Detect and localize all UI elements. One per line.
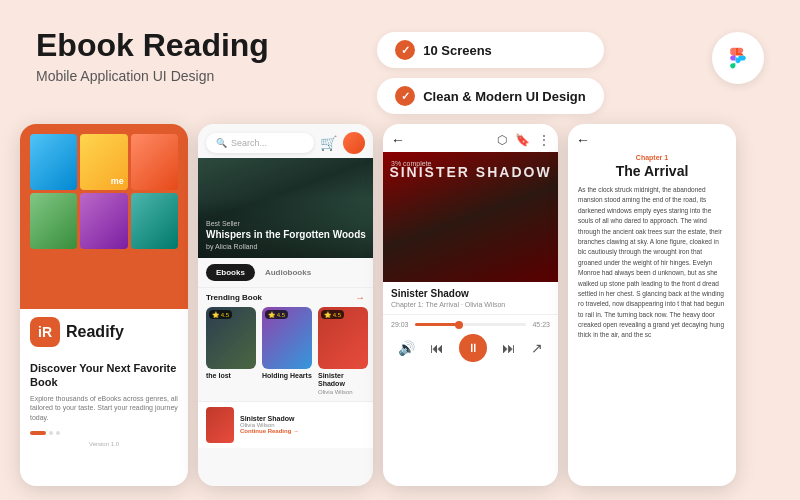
trending-books: ⭐ 4.5 the lost ⭐ 4.5 Holding Hearts ⭐ 4.… (198, 307, 373, 401)
screens-row: me iR Readify Discover Your Next Favorit… (0, 124, 800, 500)
header: Ebook Reading Mobile Application UI Desi… (0, 0, 800, 124)
continue-reading-button[interactable]: Continue Reading → (240, 428, 365, 434)
more-icon[interactable]: ⋮ (538, 133, 550, 147)
strip-info: Sinister Shadow Olivia Wilson Continue R… (240, 415, 365, 434)
bookmark-icon[interactable]: 🔖 (515, 133, 530, 147)
readify-brand-name: Readify (66, 323, 124, 341)
book-cover-3 (131, 134, 178, 190)
screen-home: me iR Readify Discover Your Next Favorit… (20, 124, 188, 486)
rating-badge-1: ⭐ 4.5 (209, 310, 232, 319)
version-tag: Version 1.0 (30, 441, 178, 447)
book-cover-lost: ⭐ 4.5 (206, 307, 256, 369)
bestseller-label: Best Seller (206, 220, 366, 227)
readify-icon: iR (30, 317, 60, 347)
discover-title: Discover Your Next Favorite Book (30, 361, 178, 390)
rating-badge-3: ⭐ 4.5 (321, 310, 344, 319)
screen-top: me (20, 124, 188, 309)
cast-icon[interactable]: ⬡ (497, 133, 507, 147)
controls-row: 🔊 ⏮ ⏸ ⏭ ↗ (391, 334, 550, 362)
player-chapter: Chapter 1: The Arrival · Olivia Wilson (391, 301, 550, 308)
volume-button[interactable]: 🔊 (398, 340, 415, 356)
book-cover-4 (30, 193, 77, 249)
chapter-number: Chapter 1 (568, 152, 736, 163)
badge-design-label: Clean & Modern UI Design (423, 89, 586, 104)
hero-background: Best Seller Whispers in the Forgotten Wo… (198, 158, 373, 258)
tab-ebooks[interactable]: Ebooks (206, 264, 255, 281)
book-cover-2: me (80, 134, 127, 190)
dot-active (30, 431, 46, 435)
trending-book-1[interactable]: ⭐ 4.5 the lost (206, 307, 256, 395)
main-container: Ebook Reading Mobile Application UI Desi… (0, 0, 800, 500)
trending-label-row: Trending Book → (198, 288, 373, 307)
title-section: Ebook Reading Mobile Application UI Desi… (36, 28, 269, 84)
progress-label: 3% complete (391, 160, 431, 167)
search-box[interactable]: 🔍 Search... (206, 133, 314, 153)
badge-screens-label: 10 Screens (423, 43, 492, 58)
sinister-cover-art: SINISTER SHADOW 3% complete (383, 152, 558, 282)
time-end: 45:23 (532, 321, 550, 328)
user-avatar[interactable] (343, 132, 365, 154)
trending-book-3[interactable]: ⭐ 4.5 Sinister Shadow Olivia Wilson (318, 307, 368, 395)
book-cover-6 (131, 193, 178, 249)
progress-dots (30, 431, 178, 435)
rating-badge-2: ⭐ 4.5 (265, 310, 288, 319)
book-cover-holding: ⭐ 4.5 (262, 307, 312, 369)
strip-title: Sinister Shadow (240, 415, 365, 422)
screen-player: ← ⬡ 🔖 ⋮ SINISTER SHADOW 3% complete Sini… (383, 124, 558, 486)
time-bar-row: 29:03 45:23 (391, 321, 550, 328)
progress-track[interactable] (415, 323, 527, 326)
screen-reading: ← Chapter 1 The Arrival As the clock str… (568, 124, 736, 486)
skip-back-button[interactable]: ⏮ (430, 340, 444, 356)
reading-body-text: As the clock struck midnight, the abando… (568, 185, 736, 486)
book-title-3: Sinister Shadow (318, 372, 368, 389)
strip-book-cover (206, 407, 234, 443)
book-cover-sinister-small: ⭐ 4.5 (318, 307, 368, 369)
badge-screens: ✓ 10 Screens (377, 32, 604, 68)
continue-reading-strip: Sinister Shadow Olivia Wilson Continue R… (198, 401, 373, 448)
book-mini-grid: me (30, 134, 178, 249)
book-cover-5 (80, 193, 127, 249)
trending-arrow-icon[interactable]: → (355, 292, 365, 303)
progress-fill (415, 323, 460, 326)
player-book-title: Sinister Shadow (391, 288, 550, 299)
badge-design: ✓ Clean & Modern UI Design (377, 78, 604, 114)
book-cover-1 (30, 134, 77, 190)
app-title: Ebook Reading (36, 28, 269, 63)
discover-desc: Explore thousands of eBooks across genre… (30, 394, 178, 423)
book-author-3: Olivia Wilson (318, 389, 368, 395)
check-icon-1: ✓ (395, 40, 415, 60)
store-header: 🔍 Search... 🛒 (198, 124, 373, 158)
app-subtitle: Mobile Application UI Design (36, 68, 269, 84)
progress-thumb (455, 321, 463, 329)
screen-1-content: Discover Your Next Favorite Book Explore… (20, 355, 188, 486)
featured-book-author: by Alicia Rolland (206, 243, 366, 250)
featured-book-title: Whispers in the Forgotten Woods (206, 229, 366, 241)
dot-1 (49, 431, 53, 435)
readify-logo-text: iR (38, 324, 52, 340)
pause-button[interactable]: ⏸ (459, 334, 487, 362)
cart-icon[interactable]: 🛒 (320, 135, 337, 151)
dot-2 (56, 431, 60, 435)
back-button-player[interactable]: ← (391, 132, 405, 148)
hero-book-section: Best Seller Whispers in the Forgotten Wo… (198, 158, 373, 258)
trending-book-2[interactable]: ⭐ 4.5 Holding Hearts (262, 307, 312, 395)
readify-logo-area: iR Readify (20, 309, 188, 355)
search-placeholder: Search... (231, 138, 267, 148)
player-icons: ⬡ 🔖 ⋮ (497, 133, 550, 147)
screen-bookstore: 🔍 Search... 🛒 Best Seller Whispers in th… (198, 124, 373, 486)
check-icon-2: ✓ (395, 86, 415, 106)
figma-logo (712, 32, 764, 84)
time-start: 29:03 (391, 321, 409, 328)
player-header: ← ⬡ 🔖 ⋮ (383, 124, 558, 152)
book-title-1: the lost (206, 372, 256, 380)
player-book-info: Sinister Shadow Chapter 1: The Arrival ·… (383, 282, 558, 315)
tabs-row: Ebooks Audiobooks (198, 258, 373, 288)
search-icon: 🔍 (216, 138, 227, 148)
back-button-reading[interactable]: ← (576, 132, 590, 148)
share-button[interactable]: ↗ (531, 340, 543, 356)
skip-forward-button[interactable]: ⏭ (502, 340, 516, 356)
hero-text: Best Seller Whispers in the Forgotten Wo… (206, 220, 366, 250)
chapter-title-text: The Arrival (568, 163, 736, 185)
tab-audiobooks[interactable]: Audiobooks (255, 264, 321, 281)
badges-section: ✓ 10 Screens ✓ Clean & Modern UI Design (377, 32, 604, 114)
